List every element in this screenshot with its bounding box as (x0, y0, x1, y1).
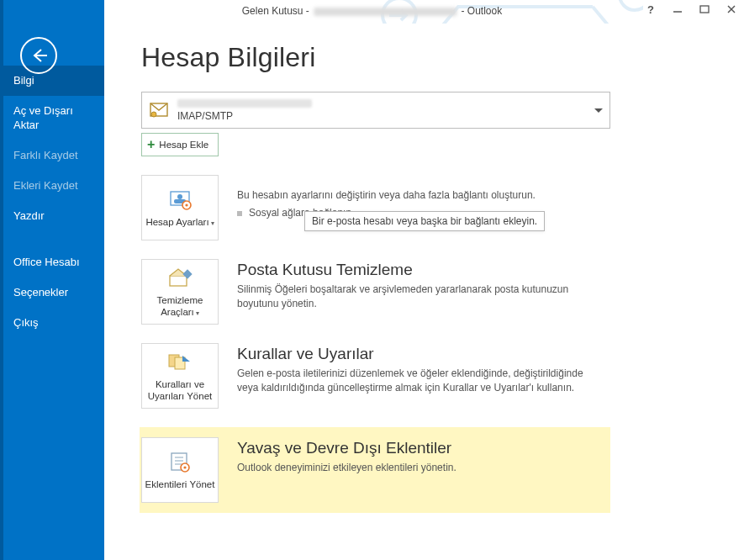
title-bar: Gelen Kutusu - - Outlook ? (0, 0, 744, 22)
account-settings-button[interactable]: Hesap Ayarları▾ (141, 175, 219, 240)
sidebar-item-print[interactable]: Yazdır (0, 201, 104, 231)
svg-rect-13 (170, 276, 187, 286)
sidebar-item-exit[interactable]: Çıkış (0, 308, 104, 338)
section-title: Yavaş ve Devre Dışı Eklentiler (237, 439, 602, 457)
help-button[interactable]: ? (643, 2, 658, 17)
section-body: Yavaş ve Devre Dışı Eklentiler Outlook d… (237, 437, 602, 475)
sidebar-item-label: Ekleri Kaydet (13, 179, 78, 192)
sidebar-item-label: Bilgi (13, 74, 34, 87)
section-body: Posta Kutusu Temizleme Silinmiş Öğeleri … (237, 259, 610, 312)
window-title: Gelen Kutusu - - Outlook (242, 5, 502, 17)
svg-rect-3 (700, 6, 709, 13)
bullet-icon (237, 211, 242, 216)
sidebar-item-label: Yazdır (13, 209, 45, 222)
cleanup-tools-button[interactable]: Temizleme Araçları▾ (141, 259, 219, 325)
section-mailbox-cleanup: Temizleme Araçları▾ Posta Kutusu Temizle… (141, 259, 610, 325)
title-prefix: Gelen Kutusu - (242, 5, 312, 17)
redacted-account-email (177, 99, 312, 108)
back-button[interactable] (20, 37, 57, 74)
section-desc: Gelen e-posta iletilerinizi düzenlemek v… (237, 367, 599, 396)
content-area: Hesap Bilgileri IMAP/SMTP + Hesap Ekle ı (104, 22, 744, 560)
account-settings-icon (166, 189, 193, 211)
svg-point-12 (185, 203, 187, 206)
svg-point-7 (151, 112, 156, 117)
section-body: Kurallar ve Uyarılar Gelen e-posta ileti… (237, 343, 610, 396)
section-addins: Eklentileri Yönet Yavaş ve Devre Dışı Ek… (140, 427, 610, 513)
sidebar-item-save-attachments: Ekleri Kaydet (0, 171, 104, 201)
chevron-down-icon (594, 104, 603, 116)
account-text: IMAP/SMTP (177, 98, 594, 123)
account-selector[interactable]: IMAP/SMTP (141, 92, 610, 129)
account-type: IMAP/SMTP (177, 110, 594, 122)
addins-label: Eklentileri Yönet (145, 478, 215, 490)
sidebar-item-info[interactable]: Bilgi (0, 66, 104, 96)
page-title: Hesap Bilgileri (141, 42, 710, 73)
manage-addins-button[interactable]: Eklentileri Yönet (141, 437, 219, 503)
section-desc: Outlook deneyiminizi etkileyen eklentile… (237, 461, 599, 475)
sidebar-item-label: Office Hesabı (13, 256, 80, 268)
section-rules-alerts: Kuralları ve Uyarıları Yönet Kurallar ve… (141, 343, 610, 409)
sidebar-item-office-account[interactable]: Office Hesabı (0, 247, 104, 277)
sidebar-item-label: Farklı Kaydet (13, 149, 78, 161)
desc-line: Bu hesabın ayarlarını değiştirin veya da… (237, 188, 599, 203)
cleanup-icon (166, 267, 193, 289)
account-settings-label: Hesap Ayarları▾ (145, 216, 214, 228)
section-title: Kurallar ve Uyarılar (237, 345, 610, 363)
sidebar-item-label: Seçenekler (13, 286, 68, 298)
rules-icon (166, 351, 193, 373)
title-suffix: - Outlook (458, 5, 502, 17)
window-controls: ? (643, 2, 739, 17)
sidebar-item-label: Aç ve Dışarı Aktar (13, 104, 73, 130)
maximize-button[interactable] (697, 2, 712, 17)
add-account-label: Hesap Ekle (159, 140, 208, 150)
rules-label: Kuralları ve Uyarıları Yönet (145, 378, 215, 403)
add-account-button[interactable]: + Hesap Ekle (141, 133, 219, 156)
close-button[interactable] (724, 2, 739, 17)
add-account-tooltip: Bir e-posta hesabı veya başka bir bağlan… (304, 211, 545, 231)
sidebar-item-open-export[interactable]: Aç ve Dışarı Aktar (0, 96, 104, 140)
sidebar-item-options[interactable]: Seçenekler (0, 277, 104, 308)
account-icon (147, 98, 171, 122)
svg-point-1 (620, 0, 643, 10)
section-title: Posta Kutusu Temizleme (237, 261, 610, 279)
plus-icon: + (147, 138, 155, 151)
redacted-email (314, 8, 456, 16)
sidebar-edge (0, 0, 3, 560)
addins-icon (166, 452, 193, 473)
sidebar-item-save-as: Farklı Kaydet (0, 140, 104, 171)
backstage-sidebar: Bilgi Aç ve Dışarı Aktar Farklı Kaydet E… (0, 22, 104, 560)
section-desc: Silinmiş Öğeleri boşaltarak ve arşivleme… (237, 283, 599, 312)
rules-button[interactable]: Kuralları ve Uyarıları Yönet (141, 343, 219, 409)
svg-point-9 (177, 194, 182, 199)
cleanup-label: Temizleme Araçları▾ (145, 294, 215, 319)
svg-point-22 (183, 466, 186, 468)
minimize-button[interactable] (670, 2, 685, 17)
sidebar-item-label: Çıkış (13, 316, 39, 329)
